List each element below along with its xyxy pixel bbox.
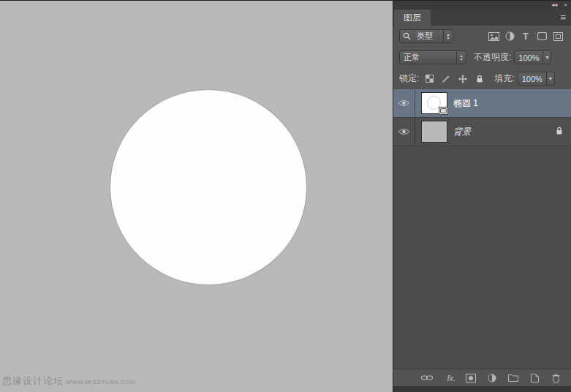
shape-layer-badge-icon	[439, 107, 448, 115]
layer-style-fx-button[interactable]: fx.	[447, 374, 455, 382]
lock-pixels-icon[interactable]	[440, 73, 452, 85]
blend-mode-row: 正常 ▴▾ 不透明度: 100% ▾	[393, 47, 571, 68]
watermark-url: WWW.MISSYUAN.COM	[66, 379, 135, 385]
chevron-down-icon: ▾	[546, 72, 554, 85]
filter-icons: T	[486, 29, 565, 43]
layer-name[interactable]: 背景	[453, 126, 471, 138]
canvas-area[interactable]: 思缘设计论坛WWW.MISSYUAN.COM	[0, 1, 393, 392]
lock-position-icon[interactable]	[457, 73, 469, 85]
fill-label: 填充:	[494, 72, 514, 85]
blend-mode-value: 正常	[400, 52, 423, 63]
layer-row-background[interactable]: 背景	[393, 118, 571, 146]
layer-filter-row: 类型 ▴▾ T	[393, 26, 571, 47]
opacity-label: 不透明度:	[474, 51, 511, 64]
lock-label: 锁定:	[399, 72, 419, 85]
watermark-title: 思缘设计论坛	[2, 375, 64, 386]
visibility-toggle[interactable]	[393, 118, 415, 146]
dropdown-spinner-icon: ▴▾	[456, 51, 466, 64]
opacity-value: 100%	[515, 53, 542, 62]
layers-bottom-toolbar: fx.	[393, 369, 571, 386]
search-icon	[400, 32, 413, 40]
new-adjustment-layer-icon[interactable]	[486, 372, 498, 384]
collapse-panels-icon[interactable]: ◂◂	[551, 2, 557, 8]
filter-shape-layers-icon[interactable]	[534, 29, 549, 43]
eye-icon	[398, 125, 409, 138]
lock-row: 锁定: 填充: 100% ▾	[393, 68, 571, 89]
close-panel-icon[interactable]: ×	[564, 2, 567, 8]
layer-list: 椭圆 1 背景	[393, 89, 571, 369]
lock-transparency-icon[interactable]	[423, 73, 435, 85]
filter-type-layers-icon[interactable]: T	[518, 29, 533, 43]
opacity-dropdown[interactable]: 100% ▾	[514, 50, 551, 64]
filter-pixel-layers-icon[interactable]	[486, 29, 501, 43]
lock-icons	[423, 73, 485, 85]
fill-dropdown[interactable]: 100% ▾	[518, 72, 555, 86]
add-layer-mask-icon[interactable]	[465, 372, 477, 384]
filter-type-dropdown[interactable]: 类型 ▴▾	[399, 29, 453, 43]
delete-layer-icon[interactable]	[550, 372, 561, 384]
layer-thumbnail[interactable]	[422, 93, 447, 113]
layer-thumbnail[interactable]	[422, 121, 447, 142]
lock-icon	[556, 125, 563, 138]
layer-row-ellipse[interactable]: 椭圆 1	[393, 89, 571, 118]
panel-menu-icon[interactable]: ≡	[560, 12, 566, 23]
link-layers-icon[interactable]	[421, 372, 433, 384]
blend-mode-dropdown[interactable]: 正常 ▴▾	[399, 50, 466, 64]
filter-adjustment-layers-icon[interactable]	[502, 29, 517, 43]
visibility-toggle[interactable]	[393, 89, 415, 117]
panel-tab-row: 图层 ≡	[393, 10, 571, 26]
watermark: 思缘设计论坛WWW.MISSYUAN.COM	[2, 374, 135, 388]
background-lock	[556, 125, 571, 138]
eye-icon	[398, 97, 409, 110]
tab-layers[interactable]: 图层	[394, 10, 431, 26]
ellipse-shape[interactable]	[110, 89, 307, 285]
new-group-icon[interactable]	[507, 372, 519, 384]
dropdown-spinner-icon: ▴▾	[443, 30, 453, 42]
panel-titlebar: ◂◂ ×	[393, 1, 571, 10]
lock-all-icon[interactable]	[474, 73, 485, 85]
chevron-down-icon: ▾	[542, 51, 551, 64]
filter-type-label: 类型	[413, 31, 436, 42]
fill-value: 100%	[518, 75, 546, 83]
filter-smart-object-layers-icon[interactable]	[551, 29, 565, 43]
new-layer-icon[interactable]	[529, 372, 540, 384]
photoshop-window: 思缘设计论坛WWW.MISSYUAN.COM ◂◂ × 图层 ≡ 类型 ▴▾	[0, 0, 571, 392]
layers-panel: ◂◂ × 图层 ≡ 类型 ▴▾	[393, 1, 571, 392]
panel-footer	[393, 386, 571, 392]
layer-name[interactable]: 椭圆 1	[453, 97, 478, 110]
